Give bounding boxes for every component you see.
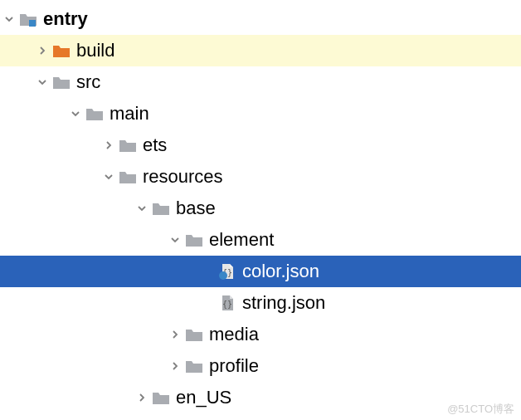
- tree-row[interactable]: element: [0, 224, 521, 256]
- tree-row[interactable]: main: [0, 98, 521, 129]
- chevron-right-icon[interactable]: [100, 140, 118, 150]
- folder-icon: [51, 72, 71, 92]
- tree-row[interactable]: profile: [0, 350, 521, 382]
- tree-item-label: resources: [143, 168, 223, 186]
- tree-item-label: ets: [143, 136, 167, 154]
- folder-icon: [184, 325, 204, 344]
- module-icon: [18, 9, 38, 29]
- svg-rect-0: [29, 20, 36, 27]
- tree-row[interactable]: src: [0, 66, 521, 98]
- tree-item-label: string.json: [242, 294, 325, 312]
- folder-icon: [184, 356, 204, 376]
- tree-row[interactable]: media: [0, 319, 521, 350]
- svg-text:{}: {}: [222, 300, 232, 309]
- tree-row[interactable]: resources: [0, 161, 521, 193]
- chevron-right-icon[interactable]: [166, 330, 184, 339]
- tree-item-label: color.json: [242, 262, 319, 281]
- tree-item-label: build: [76, 42, 114, 60]
- tree-item-label: en_US: [176, 388, 231, 407]
- json-icon: {}: [217, 293, 237, 313]
- folder-ex-icon: [51, 41, 71, 61]
- tree-row[interactable]: entry: [0, 3, 521, 35]
- tree-row[interactable]: base: [0, 193, 521, 224]
- tree-item-label: base: [176, 199, 216, 217]
- chevron-right-icon[interactable]: [33, 46, 51, 56]
- chevron-right-icon[interactable]: [166, 361, 184, 371]
- chevron-down-icon[interactable]: [100, 172, 118, 182]
- chevron-right-icon[interactable]: [133, 393, 151, 403]
- tree-item-label: media: [209, 325, 259, 344]
- file-tree: entrybuildsrcmainetsresourcesbaseelement…: [0, 0, 521, 413]
- folder-icon: [151, 388, 171, 408]
- chevron-down-icon[interactable]: [33, 77, 51, 87]
- folder-icon: [151, 198, 171, 218]
- tree-row[interactable]: build: [0, 35, 521, 66]
- tree-item-label: main: [110, 105, 149, 123]
- folder-icon: [118, 135, 138, 155]
- chevron-down-icon[interactable]: [166, 235, 184, 245]
- tree-row[interactable]: ets: [0, 129, 521, 161]
- chevron-down-icon[interactable]: [133, 203, 151, 213]
- json-color-icon: {}: [217, 261, 237, 281]
- tree-item-label: src: [76, 73, 100, 91]
- svg-point-2: [219, 271, 227, 280]
- folder-icon: [118, 167, 138, 187]
- tree-row[interactable]: en_US: [0, 382, 521, 413]
- folder-icon: [85, 104, 105, 124]
- tree-item-label: entry: [43, 10, 88, 28]
- folder-icon: [184, 230, 204, 250]
- tree-item-label: element: [209, 231, 274, 249]
- chevron-down-icon[interactable]: [0, 14, 18, 24]
- tree-row[interactable]: {}string.json: [0, 287, 521, 319]
- chevron-down-icon[interactable]: [66, 109, 85, 119]
- tree-row[interactable]: {}color.json: [0, 256, 521, 287]
- tree-item-label: profile: [209, 357, 259, 375]
